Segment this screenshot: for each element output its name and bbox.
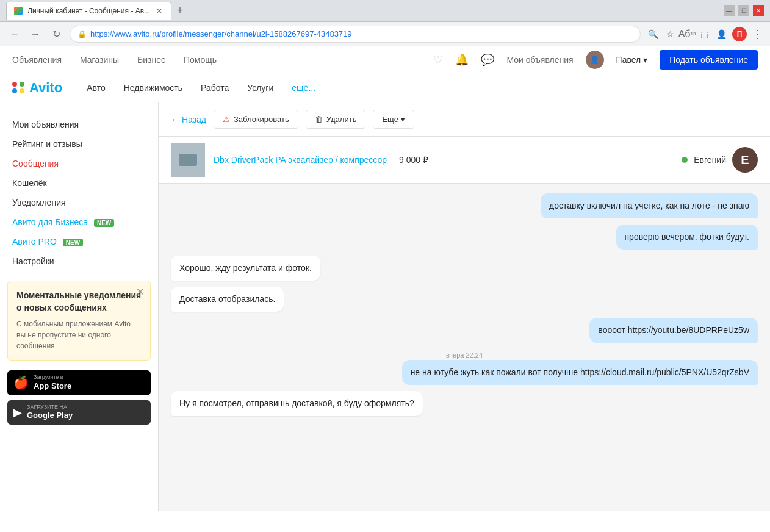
sidebar-item-settings[interactable]: Настройки — [0, 251, 158, 271]
nav-ads[interactable]: Объявления — [12, 55, 62, 65]
avatar-image: 👤 — [590, 56, 599, 64]
chat-user: Евгений Е — [682, 147, 758, 173]
trash-icon: 🗑 — [315, 115, 323, 124]
bubble-7: Ну я посмотрел, отправишь доставкой, я б… — [171, 391, 423, 416]
nav-realty[interactable]: Недвижимость — [124, 83, 182, 93]
close-btn[interactable]: ✕ — [753, 5, 764, 16]
cast-icon[interactable]: ⬚ — [698, 28, 710, 40]
active-tab[interactable]: Личный кабинет - Сообщения - Ав... ✕ — [6, 2, 171, 20]
sidebar-item-business[interactable]: Авито для Бизнеса NEW — [0, 212, 158, 232]
message-7: Ну я посмотрел, отправишь доставкой, я б… — [171, 391, 758, 416]
back-nav-btn[interactable]: ← — [7, 27, 22, 41]
tab-close-btn[interactable]: ✕ — [155, 5, 164, 16]
url-bar[interactable]: 🔒 https://www.avito.ru/profile/messenger… — [70, 26, 641, 43]
google-play-text: ЗАГРУЗИТЕ НА Google Play — [27, 404, 73, 422]
new-tab-btn[interactable]: + — [171, 2, 189, 20]
google-play-btn[interactable]: ▶ ЗАГРУЗИТЕ НА Google Play — [7, 400, 151, 425]
sidebar-item-wallet[interactable]: Кошелёк — [0, 173, 158, 193]
listing-price: 9 000 ₽ — [399, 155, 428, 165]
online-indicator — [682, 157, 688, 163]
my-ads-link[interactable]: Мои объявления — [506, 55, 573, 65]
bubble-4: Доставка отобразилась. — [171, 287, 284, 312]
site-header: Объявления Магазины Бизнес Помощь ♡ 🔔 💬 … — [0, 46, 770, 73]
listing-title[interactable]: Dbx DriverPack PA эквалайзер / компрессо… — [214, 155, 387, 165]
msg-time-6: вчера 22:24 — [446, 351, 483, 359]
delete-btn[interactable]: 🗑 Удалить — [306, 110, 366, 129]
listing-info: Dbx DriverPack PA эквалайзер / компрессо… — [214, 155, 673, 165]
new-badge-pro: NEW — [63, 239, 83, 246]
more-btn[interactable]: Ещё ▾ — [373, 110, 414, 129]
notification-card: ✕ Моментальные уведомления о новых сообщ… — [7, 281, 151, 361]
content-area: ← Назад ⚠ Заблокировать 🗑 Удалить Ещё ▾ … — [159, 102, 770, 511]
message-1: доставку включил на учетке, как на лоте … — [171, 193, 758, 218]
bookmark-icon[interactable]: ☆ — [664, 28, 676, 40]
address-bar-icons: 🔍 ☆ Аб13 ⬚ 👤 П ⋮ — [647, 27, 763, 41]
user-avatar[interactable]: 👤 — [586, 51, 604, 69]
nav-jobs[interactable]: Работа — [201, 83, 229, 93]
notif-title: Моментальные уведомления о новых сообщен… — [16, 290, 142, 314]
window-controls: — ☐ ✕ — [724, 5, 764, 16]
browser-menu-btn[interactable]: ⋮ — [752, 27, 763, 41]
forward-nav-btn[interactable]: → — [28, 27, 43, 41]
app-store-btn[interactable]: 🍎 Загрузите в App Store — [7, 370, 151, 395]
tab-title: Личный кабинет - Сообщения - Ав... — [27, 7, 150, 15]
avito-nav: Avito Авто Недвижимость Работа Услуги ещ… — [0, 73, 770, 102]
sidebar-item-messages[interactable]: Сообщения — [0, 154, 158, 173]
main-layout: Мои объявления Рейтинг и отзывы Сообщени… — [0, 102, 770, 511]
avito-brand: Avito — [29, 80, 62, 96]
url-text: https://www.avito.ru/profile/messenger/c… — [90, 29, 352, 38]
message-3: Хорошо, жду результата и фоток. — [171, 256, 758, 281]
nav-auto[interactable]: Авто — [87, 83, 106, 93]
contact-name: Евгений — [694, 155, 726, 165]
bubble-2: проверю вечером. фотки будут. — [616, 225, 758, 250]
listing-thumbnail — [171, 143, 205, 177]
sidebar-item-my-ads[interactable]: Мои объявления — [0, 115, 158, 134]
apple-icon: 🍎 — [13, 375, 29, 390]
tab-bar: Личный кабинет - Сообщения - Ав... ✕ + — [6, 2, 719, 20]
notif-close-btn[interactable]: ✕ — [136, 286, 144, 298]
warning-icon: ⚠ — [223, 115, 230, 124]
message-2: проверю вечером. фотки будут. — [171, 225, 758, 250]
notifications-icon[interactable]: 🔔 — [455, 53, 469, 66]
sidebar-item-rating[interactable]: Рейтинг и отзывы — [0, 134, 158, 154]
account-icon[interactable]: 👤 — [715, 28, 727, 40]
dot-blue — [12, 88, 17, 93]
contact-avatar: Е — [732, 147, 758, 173]
google-play-name: Google Play — [27, 411, 73, 421]
new-badge-business: NEW — [94, 219, 114, 227]
nav-services[interactable]: Услуги — [247, 83, 273, 93]
nav-more[interactable]: ещё... — [292, 83, 315, 93]
dot-red — [12, 82, 17, 87]
user-name[interactable]: Павел ▾ — [616, 55, 648, 65]
app-store-name: App Store — [34, 381, 71, 392]
avito-dots — [12, 82, 24, 94]
action-bar: ← Назад ⚠ Заблокировать 🗑 Удалить Ещё ▾ — [159, 102, 770, 137]
dot-green — [20, 82, 24, 87]
nav-business[interactable]: Бизнес — [137, 55, 165, 65]
back-btn[interactable]: ← Назад — [171, 115, 206, 124]
minimize-btn[interactable]: — — [724, 5, 735, 16]
app-store-text: Загрузите в App Store — [34, 374, 71, 392]
bubble-1: доставку включил на учетке, как на лоте … — [541, 193, 758, 218]
google-play-label: ЗАГРУЗИТЕ НА — [27, 404, 73, 411]
site-header-right: ♡ 🔔 💬 Мои объявления 👤 Павел ▾ Подать об… — [433, 50, 758, 70]
avito-logo[interactable]: Avito — [12, 80, 62, 96]
tab-favicon — [14, 7, 23, 15]
notif-text: С мобильным приложением Avito вы не проп… — [16, 318, 142, 351]
maximize-btn[interactable]: ☐ — [738, 5, 749, 16]
sidebar-item-notifications[interactable]: Уведомления — [0, 193, 158, 212]
search-icon[interactable]: 🔍 — [647, 28, 659, 40]
bubble-6: не на ютубе жуть как пожали вот получше … — [402, 360, 758, 385]
block-btn[interactable]: ⚠ Заблокировать — [214, 110, 298, 129]
messages-icon[interactable]: 💬 — [481, 53, 494, 66]
favorites-icon[interactable]: ♡ — [433, 53, 443, 66]
nav-help[interactable]: Помощь — [184, 55, 217, 65]
post-ad-btn[interactable]: Подать объявление — [660, 50, 758, 70]
sidebar-item-pro[interactable]: Авито PRO NEW — [0, 232, 158, 251]
google-icon: ▶ — [13, 406, 22, 419]
refresh-btn[interactable]: ↻ — [49, 27, 63, 41]
profile-icon[interactable]: П — [732, 27, 747, 41]
chat-header: Dbx DriverPack PA эквалайзер / компрессо… — [159, 137, 770, 184]
nav-shops[interactable]: Магазины — [80, 55, 119, 65]
extension-icon[interactable]: Аб13 — [681, 28, 693, 40]
